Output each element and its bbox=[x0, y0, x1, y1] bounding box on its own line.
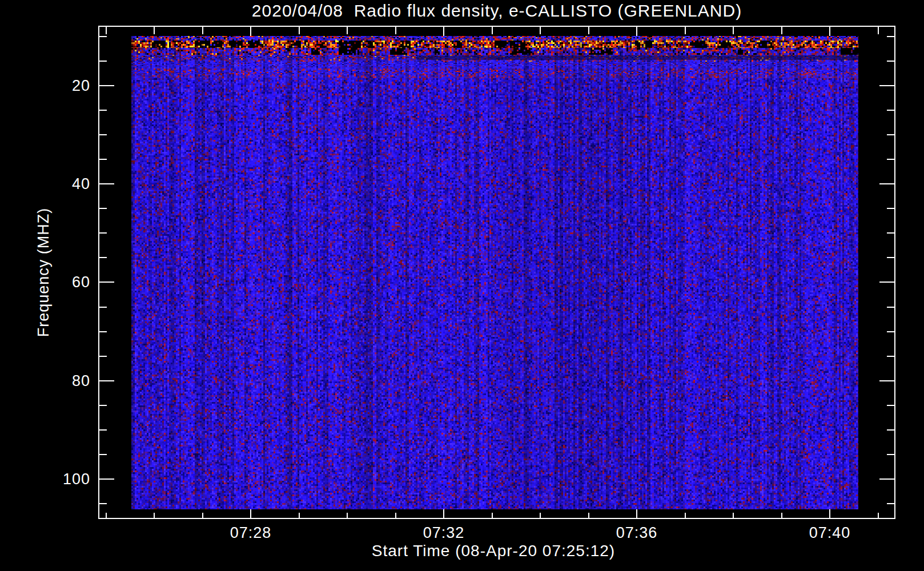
y-minor-tick-right bbox=[887, 503, 894, 504]
y-major-tick bbox=[99, 85, 114, 86]
x-minor-tick bbox=[781, 513, 782, 518]
y-minor-tick bbox=[99, 307, 107, 308]
y-minor-tick-right bbox=[887, 110, 894, 111]
y-major-tick bbox=[99, 282, 114, 283]
y-minor-tick bbox=[99, 503, 107, 504]
x-minor-tick-top bbox=[299, 27, 300, 34]
y-major-tick-right bbox=[879, 282, 894, 283]
x-minor-tick bbox=[685, 513, 686, 518]
y-minor-tick-right bbox=[887, 159, 894, 160]
y-minor-tick-right bbox=[887, 208, 894, 209]
y-tick-label-20: 20 bbox=[23, 77, 90, 95]
y-major-tick bbox=[99, 183, 114, 184]
x-minor-tick bbox=[202, 513, 203, 518]
y-minor-tick bbox=[99, 159, 107, 160]
x-tick-label-0732: 07:32 bbox=[398, 524, 489, 542]
y-minor-tick-right bbox=[887, 36, 894, 37]
y-tick-label-60: 60 bbox=[23, 273, 90, 291]
y-axis-title: Frequency (MHZ) bbox=[35, 208, 53, 337]
x-minor-tick bbox=[878, 513, 879, 518]
x-minor-tick bbox=[588, 513, 589, 518]
x-minor-tick-top bbox=[878, 27, 879, 34]
x-axis-title: Start Time (08-Apr-20 07:25:12) bbox=[265, 542, 722, 560]
y-minor-tick bbox=[99, 405, 107, 406]
y-minor-tick-right bbox=[887, 454, 894, 455]
y-minor-tick-right bbox=[887, 429, 894, 431]
y-minor-tick bbox=[99, 110, 107, 111]
y-minor-tick bbox=[99, 454, 107, 455]
y-minor-tick bbox=[99, 257, 107, 258]
y-major-tick-right bbox=[879, 85, 894, 86]
y-tick-label-100: 100 bbox=[23, 470, 90, 488]
y-major-tick bbox=[99, 380, 114, 381]
y-minor-tick-right bbox=[887, 61, 894, 62]
x-minor-tick bbox=[154, 513, 155, 518]
spectrogram-image bbox=[131, 36, 858, 509]
y-major-tick-right bbox=[879, 183, 894, 184]
x-minor-tick bbox=[299, 513, 300, 518]
y-minor-tick-right bbox=[887, 232, 894, 234]
y-minor-tick-right bbox=[887, 331, 894, 332]
x-minor-tick-top bbox=[154, 27, 155, 34]
x-tick-label-0736: 07:36 bbox=[591, 524, 682, 542]
y-minor-tick-right bbox=[887, 134, 894, 135]
y-minor-tick-right bbox=[887, 257, 894, 258]
x-minor-tick-top bbox=[733, 27, 734, 34]
x-tick-label-0740: 07:40 bbox=[784, 524, 875, 542]
x-minor-tick bbox=[492, 513, 493, 518]
y-minor-tick bbox=[99, 208, 107, 209]
y-minor-tick bbox=[99, 356, 107, 357]
y-major-tick-right bbox=[879, 380, 894, 381]
chart-title: 2020/04/08 Radio flux density, e-CALLIST… bbox=[98, 1, 895, 21]
y-minor-tick-right bbox=[887, 356, 894, 357]
y-minor-tick bbox=[99, 36, 107, 37]
y-minor-tick-right bbox=[887, 307, 894, 308]
y-minor-tick bbox=[99, 331, 107, 332]
y-tick-label-80: 80 bbox=[23, 372, 90, 390]
x-minor-tick-top bbox=[202, 27, 203, 34]
x-minor-tick-top bbox=[540, 27, 541, 34]
x-tick-label-0728: 07:28 bbox=[205, 524, 296, 542]
x-minor-tick bbox=[395, 513, 396, 518]
y-minor-tick bbox=[99, 429, 107, 431]
x-major-tick bbox=[250, 509, 251, 518]
x-minor-tick bbox=[540, 513, 541, 518]
x-minor-tick-top bbox=[685, 27, 686, 34]
x-minor-tick-top bbox=[492, 27, 493, 34]
x-minor-tick bbox=[347, 513, 348, 518]
x-minor-tick-top bbox=[106, 27, 107, 34]
x-minor-tick-top bbox=[588, 27, 589, 34]
y-minor-tick bbox=[99, 61, 107, 62]
y-minor-tick-right bbox=[887, 405, 894, 406]
x-major-tick bbox=[443, 509, 444, 518]
y-minor-tick bbox=[99, 134, 107, 135]
x-minor-tick-top bbox=[781, 27, 782, 34]
x-minor-tick bbox=[106, 513, 107, 518]
x-minor-tick bbox=[733, 513, 734, 518]
y-tick-label-40: 40 bbox=[23, 175, 90, 193]
x-minor-tick-top bbox=[347, 27, 348, 34]
y-minor-tick bbox=[99, 232, 107, 234]
spectrogram-page: 2020/04/08 Radio flux density, e-CALLIST… bbox=[0, 0, 924, 571]
x-major-tick bbox=[829, 509, 830, 518]
x-minor-tick-top bbox=[395, 27, 396, 34]
y-major-tick-right bbox=[879, 478, 894, 480]
x-major-tick bbox=[636, 509, 637, 518]
y-major-tick bbox=[99, 478, 114, 480]
